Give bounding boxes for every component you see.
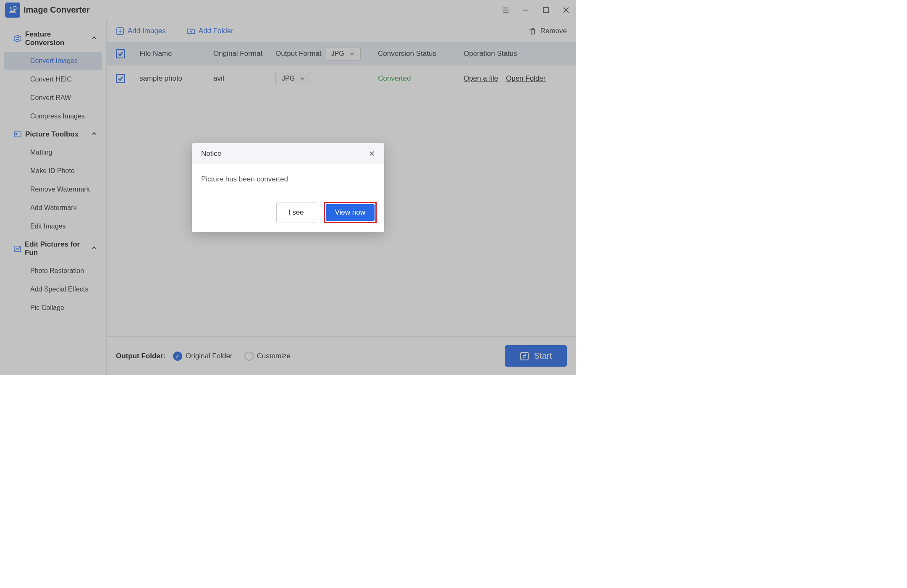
modal-header: Notice ✕	[192, 143, 384, 164]
i-see-button[interactable]: I see	[276, 202, 316, 223]
modal-body: Picture has been converted	[192, 164, 384, 197]
modal-close-icon[interactable]: ✕	[369, 149, 375, 158]
notice-modal: Notice ✕ Picture has been converted I se…	[192, 143, 384, 232]
modal-overlay: Notice ✕ Picture has been converted I se…	[0, 0, 576, 375]
view-now-button[interactable]: View now	[326, 204, 375, 221]
view-now-highlight: View now	[324, 202, 377, 223]
modal-title: Notice	[201, 150, 221, 158]
modal-footer: I see View now	[192, 197, 384, 232]
